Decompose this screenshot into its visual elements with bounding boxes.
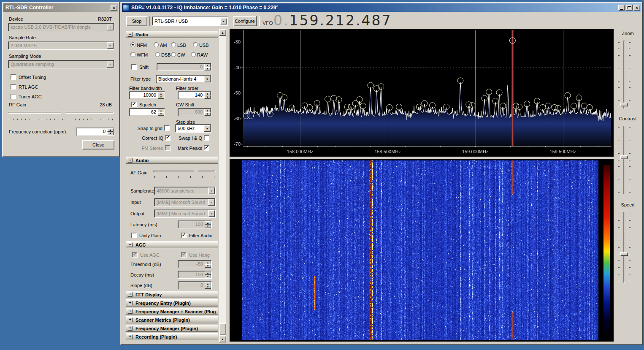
waterfall-display[interactable] <box>230 159 614 342</box>
device-select[interactable]: ezcap USB 2.0 DVB-T/DAB/FM dongle ▼ <box>8 23 114 31</box>
minimize-button[interactable] <box>618 5 625 11</box>
panel-header-frequency-entry[interactable]: + Frequency Entry (Plugin) <box>126 299 218 307</box>
zoom-slider-thumb[interactable] <box>620 103 628 106</box>
controller-close-button[interactable]: × <box>111 5 117 11</box>
panel-header-recording[interactable]: + Recording (Plugin) <box>126 333 218 340</box>
spin-up-icon[interactable]: ▲ <box>205 271 211 275</box>
close-button-main[interactable]: × <box>633 5 640 11</box>
scrollbar-thumb[interactable] <box>219 323 226 335</box>
shift-checkbox[interactable] <box>131 64 137 70</box>
collapse-icon[interactable]: − <box>128 158 133 163</box>
configure-button[interactable]: Configure <box>233 16 257 26</box>
mode-radio-dsb[interactable] <box>155 52 160 57</box>
mode-radio-wfm[interactable] <box>130 52 135 57</box>
panel-header-fft-display[interactable]: + FFT Display <box>126 291 218 298</box>
spin-down-icon[interactable]: ▼ <box>205 285 211 289</box>
af-gain-slider[interactable] <box>153 167 216 178</box>
spin-down-icon[interactable]: ▼ <box>205 225 211 228</box>
expand-icon[interactable]: + <box>128 334 133 339</box>
af-gain-slider-track[interactable] <box>153 171 216 172</box>
samplerate-select[interactable]: 48000 sample/sec ▼ <box>154 187 216 195</box>
spin-down-icon[interactable]: ▼ <box>204 112 211 116</box>
expand-icon[interactable]: + <box>128 309 133 314</box>
sampling-mode-select[interactable]: Quadrature sampling ▼ <box>8 60 114 68</box>
spin-down-icon[interactable]: ▼ <box>204 67 211 71</box>
filter-type-select[interactable]: Blackman-Harris 4 ▼ <box>156 75 211 83</box>
use-hang-checkbox[interactable] <box>181 252 187 258</box>
controller-titlebar[interactable]: RTL-SDR Controller × <box>3 3 118 12</box>
decay-spinner[interactable]: 100 ▲▼ <box>178 271 212 279</box>
mode-radio-usb[interactable] <box>193 42 198 47</box>
speed-slider-thumb[interactable] <box>620 252 628 256</box>
input-select[interactable]: [MME] Microsoft Sound ▼ <box>154 198 216 206</box>
scroll-down-button[interactable]: ▼ <box>219 336 226 342</box>
rtl-agc-checkbox[interactable] <box>11 84 16 90</box>
mode-radio-nfm[interactable] <box>130 42 135 47</box>
output-select[interactable]: [MME] Microsoft Sound ▼ <box>154 209 216 218</box>
spin-down-icon[interactable]: ▼ <box>158 95 164 99</box>
speed-slider[interactable] <box>623 212 625 283</box>
step-size-select[interactable]: 500 kHz ▼ <box>175 124 211 133</box>
filter-order-spinner[interactable]: 140 ▲▼ <box>178 91 211 99</box>
mode-radio-lsb[interactable] <box>171 42 176 47</box>
contrast-slider[interactable] <box>623 126 625 194</box>
panel-header-frequency-manager[interactable]: + Frequency Manager (Plugin) <box>126 325 218 332</box>
expand-icon[interactable]: + <box>128 326 133 331</box>
mode-radio-raw[interactable] <box>191 52 196 57</box>
threshold-spinner[interactable]: -50 ▲▼ <box>178 260 212 268</box>
agc-panel-header[interactable]: − AGC <box>126 241 218 248</box>
main-titlebar[interactable]: SDR# v1.0.0.1172 - IQ Imbalance: Gain = … <box>122 3 641 12</box>
spin-up-icon[interactable]: ▲ <box>205 282 211 285</box>
spin-down-icon[interactable]: ▼ <box>204 95 211 99</box>
panel-header-frequency-manager-scanner[interactable]: + Frequency Manager + Scanner (Plug <box>126 308 218 315</box>
spin-down-icon[interactable]: ▼ <box>158 112 164 116</box>
scroll-up-button[interactable]: ▲ <box>219 29 226 36</box>
use-agc-checkbox[interactable] <box>132 252 138 258</box>
panel-header-scanner-metrics[interactable]: + Scanner Metrics (Plugin) <box>126 316 218 323</box>
snap-to-grid-checkbox[interactable] <box>164 125 170 131</box>
af-gain-slider-thumb[interactable] <box>194 168 198 174</box>
maximize-button[interactable] <box>626 5 633 11</box>
swap-iq-checkbox[interactable] <box>204 135 209 141</box>
spin-up-icon[interactable]: ▲ <box>205 221 211 225</box>
spin-down-icon[interactable]: ▼ <box>205 275 211 278</box>
expand-icon[interactable]: + <box>128 292 133 297</box>
spin-up-icon[interactable]: ▲ <box>107 128 114 132</box>
stop-button[interactable]: Stop <box>126 16 147 26</box>
correct-iq-checkbox[interactable] <box>165 135 170 141</box>
vfo-frequency-display[interactable]: 0.159.212.487 <box>273 12 392 29</box>
spin-up-icon[interactable]: ▲ <box>158 92 164 95</box>
source-select[interactable]: RTL-SDR / USB ▼ <box>152 16 228 26</box>
rf-gain-slider[interactable] <box>8 109 114 121</box>
spin-down-icon[interactable]: ▼ <box>107 132 114 135</box>
close-button[interactable]: Close <box>82 140 114 149</box>
filter-audio-checkbox[interactable] <box>181 233 187 238</box>
mode-radio-cw[interactable] <box>171 52 176 57</box>
spin-up-icon[interactable]: ▲ <box>204 109 211 112</box>
mode-radio-am[interactable] <box>154 42 159 47</box>
squelch-spinner[interactable]: 62 ▲▼ <box>129 108 165 116</box>
expand-icon[interactable]: + <box>128 317 133 322</box>
spin-up-icon[interactable]: ▲ <box>204 92 211 95</box>
spin-up-icon[interactable]: ▲ <box>205 261 211 264</box>
rf-gain-slider-thumb[interactable] <box>61 109 65 117</box>
spin-up-icon[interactable]: ▲ <box>158 109 164 112</box>
mark-peaks-checkbox[interactable] <box>204 145 209 151</box>
spin-up-icon[interactable]: ▲ <box>204 64 211 67</box>
slope-spinner[interactable]: 0 ▲▼ <box>178 281 212 289</box>
filter-bandwidth-spinner[interactable]: 10000 ▲▼ <box>129 91 165 99</box>
squelch-checkbox[interactable] <box>131 102 137 107</box>
spin-down-icon[interactable]: ▼ <box>205 264 211 268</box>
contrast-slider-thumb[interactable] <box>620 155 628 159</box>
collapse-icon[interactable]: − <box>128 32 133 37</box>
fm-stereo-checkbox[interactable] <box>165 145 170 151</box>
latency-spinner[interactable]: 100 ▲▼ <box>178 220 212 228</box>
expand-icon[interactable]: + <box>128 301 133 305</box>
cw-shift-spinner[interactable]: 600 ▲▼ <box>178 108 211 116</box>
freq-correction-spinner[interactable]: 0 ▲▼ <box>76 128 114 136</box>
tuner-agc-checkbox[interactable] <box>11 94 16 99</box>
spectrum-display[interactable] <box>230 29 614 157</box>
control-panel-scrollbar[interactable]: ▲ ▼ <box>219 29 226 342</box>
sample-rate-select[interactable]: 2.048 MSPS ▼ <box>8 41 114 50</box>
collapse-icon[interactable]: − <box>128 242 133 247</box>
